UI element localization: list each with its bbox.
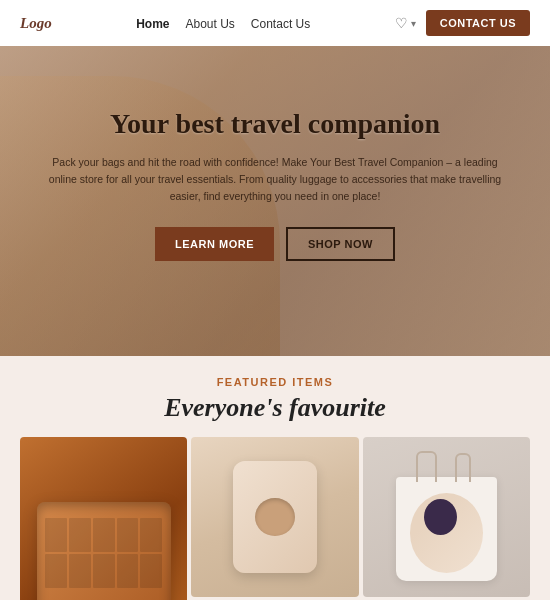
featured-title: Everyone's favourite bbox=[0, 393, 550, 423]
woven-line bbox=[93, 554, 115, 588]
hero-content: Your best travel companion Pack your bag… bbox=[0, 46, 550, 261]
featured-label: FEATURED ITEMS bbox=[0, 376, 550, 388]
chevron-down-icon: ▾ bbox=[411, 18, 416, 29]
product-item-3[interactable] bbox=[363, 437, 530, 597]
woven-line bbox=[69, 554, 91, 588]
logo: Logo bbox=[20, 15, 52, 32]
featured-section: FEATURED ITEMS Everyone's favourite bbox=[0, 356, 550, 600]
contact-button[interactable]: CONTACT US bbox=[426, 10, 530, 36]
tote-face-illustration bbox=[410, 493, 484, 573]
product-item-2[interactable] bbox=[191, 437, 358, 597]
woven-line bbox=[140, 518, 162, 552]
tote-handle bbox=[455, 453, 472, 482]
hero-buttons: LEARN MORE SHOP NOW bbox=[0, 227, 550, 261]
woven-line bbox=[69, 518, 91, 552]
woven-line bbox=[93, 518, 115, 552]
nav-link-home[interactable]: Home bbox=[136, 17, 169, 31]
woven-line bbox=[117, 518, 139, 552]
wishlist-button[interactable]: ♡ ▾ bbox=[395, 15, 416, 32]
nav-links: Home About Us Contact Us bbox=[136, 14, 310, 32]
woven-line bbox=[45, 554, 67, 588]
hero-section: Your best travel companion Pack your bag… bbox=[0, 46, 550, 356]
woven-line bbox=[45, 518, 67, 552]
product-image-brown-bag bbox=[20, 437, 187, 600]
hero-subtitle: Pack your bags and hit the road with con… bbox=[0, 154, 550, 204]
heart-icon: ♡ bbox=[395, 15, 408, 32]
woven-line bbox=[140, 554, 162, 588]
product-item-1[interactable] bbox=[20, 437, 187, 600]
product-image-luggage bbox=[191, 437, 358, 597]
woven-line bbox=[117, 554, 139, 588]
bag-texture bbox=[45, 518, 162, 600]
nav-link-contact[interactable]: Contact Us bbox=[251, 17, 310, 31]
hero-title: Your best travel companion bbox=[0, 106, 550, 142]
product-image-tote bbox=[363, 437, 530, 597]
navbar: Logo Home About Us Contact Us ♡ ▾ CONTAC… bbox=[0, 0, 550, 46]
nav-link-about[interactable]: About Us bbox=[186, 17, 235, 31]
nav-right: ♡ ▾ CONTACT US bbox=[395, 10, 530, 36]
product-grid bbox=[0, 437, 550, 600]
shop-now-button[interactable]: SHOP NOW bbox=[286, 227, 395, 261]
learn-more-button[interactable]: LEARN MORE bbox=[155, 227, 274, 261]
